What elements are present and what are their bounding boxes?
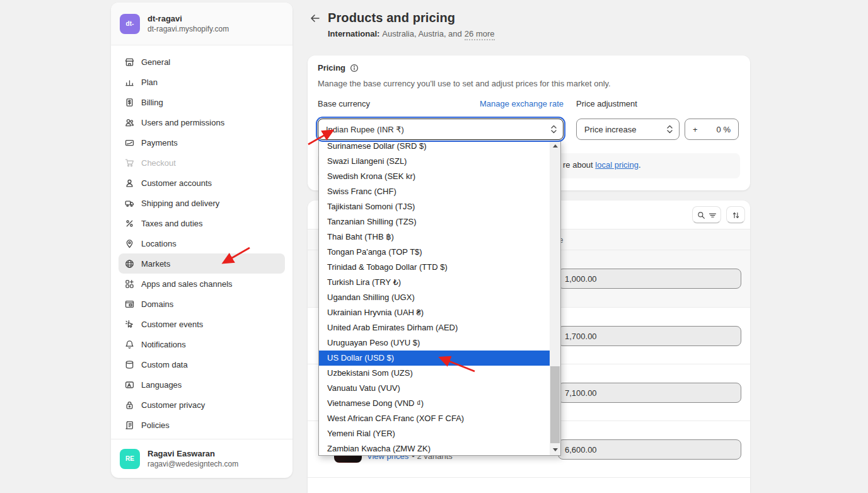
truck-icon — [125, 199, 134, 208]
currency-option[interactable]: Tanzanian Shilling (TZS) — [319, 214, 550, 229]
browser-window-icon — [125, 299, 134, 309]
price-adjustment-value-input[interactable]: + 0 % — [685, 119, 739, 140]
apps-grid-icon — [125, 279, 134, 289]
banner-text-fragment: re about — [563, 160, 595, 170]
sidebar-item-customer-events[interactable]: Customer events — [119, 314, 285, 334]
scroll-down-button[interactable] — [550, 444, 560, 455]
price-adjustment-label: Price adjustment — [576, 99, 637, 108]
base-currency-label: Base currency — [318, 99, 370, 108]
lock-icon — [125, 400, 134, 410]
cursor-click-icon — [125, 320, 134, 329]
currency-option[interactable]: West African CFA Franc (XOF F CFA) — [319, 411, 550, 426]
sidebar-item-custom-data[interactable]: Custom data — [119, 354, 285, 374]
settings-sidebar: dt- dt-ragavi dt-ragavi.myshopify.com Ge… — [111, 3, 292, 478]
sort-button[interactable] — [726, 206, 745, 223]
currency-dropdown-menu: Surinamese Dollar (SRD $) Swazi Lilangen… — [318, 140, 561, 456]
sort-arrows-icon — [732, 211, 740, 219]
local-pricing-link[interactable]: local pricing — [595, 160, 639, 170]
currency-option[interactable]: Tongan Pa'anga (TOP T$) — [319, 245, 550, 260]
percent-icon — [125, 219, 134, 228]
more-regions-link[interactable]: 26 more — [465, 29, 495, 40]
sidebar-item-markets[interactable]: Markets — [119, 253, 285, 274]
users-icon — [125, 118, 134, 127]
sidebar-item-checkout: Checkout — [119, 153, 285, 173]
currency-option[interactable]: Tajikistani Somoni (TJS) — [319, 199, 550, 214]
table-row — [308, 478, 750, 493]
price-input[interactable]: 1,000.00 — [558, 269, 741, 289]
market-regions: Australia, Austria, and — [382, 29, 461, 38]
currency-option[interactable]: Turkish Lira (TRY ₺) — [319, 275, 550, 290]
language-icon — [125, 380, 134, 390]
chevron-updown-icon — [666, 125, 673, 134]
search-filter-button[interactable] — [692, 206, 721, 223]
cart-icon — [125, 158, 134, 168]
sidebar-item-users[interactable]: Users and permissions — [119, 112, 285, 132]
user-avatar: RE — [120, 449, 140, 469]
currency-option[interactable]: Ugandan Shilling (UGX) — [319, 290, 550, 305]
currency-option-highlighted[interactable]: US Dollar (USD $) — [319, 351, 550, 366]
user-name: Ragavi Easwaran — [148, 449, 238, 459]
currency-option[interactable]: Thai Baht (THB ฿) — [319, 229, 550, 245]
chevron-updown-icon — [550, 125, 557, 134]
back-arrow-icon[interactable] — [309, 12, 321, 25]
sidebar-item-billing[interactable]: Billing — [119, 92, 285, 112]
page-title: Products and pricing — [328, 11, 455, 25]
location-pin-icon — [125, 239, 134, 248]
scroll-up-button[interactable] — [550, 141, 560, 151]
store-icon — [125, 57, 134, 67]
receipt-icon — [125, 98, 134, 107]
price-input[interactable]: 6,600.00 — [558, 439, 741, 460]
sidebar-item-domains[interactable]: Domains — [119, 294, 285, 314]
manage-exchange-rate-link[interactable]: Manage exchange rate — [480, 99, 564, 108]
currency-option[interactable]: Uzbekistani Som (UZS) — [319, 366, 550, 381]
currency-option[interactable]: Vietnamese Dong (VND ₫) — [319, 396, 550, 411]
dropdown-scrollbar[interactable] — [550, 141, 560, 455]
price-input[interactable]: 1,700.00 — [558, 326, 741, 346]
base-currency-select[interactable]: Indian Rupee (INR ₹) — [318, 119, 564, 140]
market-subtitle: International:Australia, Austria, and26 … — [328, 29, 495, 38]
currency-option[interactable]: Surinamese Dollar (SRD $) — [319, 140, 550, 154]
sidebar-item-policies[interactable]: Policies — [119, 415, 285, 435]
document-icon — [125, 420, 134, 430]
store-domain: dt-ragavi.myshopify.com — [148, 25, 229, 34]
user-email: ragavi@wedesigntech.com — [148, 460, 238, 469]
plan-icon — [125, 78, 134, 87]
user-account[interactable]: RE Ragavi Easwaran ragavi@wedesigntech.c… — [111, 439, 292, 478]
database-icon — [125, 360, 134, 369]
sidebar-item-customer-accounts[interactable]: Customer accounts — [119, 173, 285, 193]
page-header: Products and pricing International:Austr… — [309, 11, 495, 38]
search-icon — [697, 211, 705, 219]
currency-option[interactable]: Zambian Kwacha (ZMW ZK) — [319, 441, 550, 456]
sidebar-item-notifications[interactable]: Notifications — [119, 334, 285, 354]
scrollbar-thumb[interactable] — [550, 366, 560, 443]
price-adjustment-type-select[interactable]: Price increase — [576, 119, 680, 140]
sidebar-item-languages[interactable]: Languages — [119, 374, 285, 395]
price-input[interactable]: 7,100.00 — [558, 383, 741, 403]
pricing-card-title: Pricing — [318, 63, 345, 72]
globe-icon — [125, 259, 134, 269]
sidebar-item-taxes[interactable]: Taxes and duties — [119, 213, 285, 233]
currency-option[interactable]: United Arab Emirates Dirham (AED) — [319, 320, 550, 335]
currency-option[interactable]: Swiss Franc (CHF) — [319, 184, 550, 199]
currency-option[interactable]: Yemeni Rial (YER) — [319, 426, 550, 441]
sidebar-item-locations[interactable]: Locations — [119, 233, 285, 253]
currency-option[interactable]: Swazi Lilangeni (SZL) — [319, 154, 550, 169]
sidebar-item-apps[interactable]: Apps and sales channels — [119, 274, 285, 294]
sidebar-item-customer-privacy[interactable]: Customer privacy — [119, 395, 285, 415]
sidebar-item-general[interactable]: General — [119, 52, 285, 72]
currency-option[interactable]: Ukrainian Hryvnia (UAH ₴) — [319, 305, 550, 320]
card-icon — [125, 138, 134, 148]
info-icon[interactable] — [350, 64, 359, 72]
market-name: International: — [328, 29, 379, 38]
sidebar-item-plan[interactable]: Plan — [119, 72, 285, 92]
currency-option[interactable]: Vanuatu Vatu (VUV) — [319, 381, 550, 396]
currency-option[interactable]: Swedish Krona (SEK kr) — [319, 169, 550, 184]
sidebar-item-shipping[interactable]: Shipping and delivery — [119, 193, 285, 213]
currency-option[interactable]: Uruguayan Peso (UYU $) — [319, 335, 550, 351]
store-name: dt-ragavi — [148, 14, 229, 24]
currency-option[interactable]: Trinidad & Tobago Dollar (TTD $) — [319, 260, 550, 275]
pricing-card-description: Manage the base currency you'll use to s… — [318, 79, 611, 88]
sidebar-item-payments[interactable]: Payments — [119, 132, 285, 153]
store-switcher[interactable]: dt- dt-ragavi dt-ragavi.myshopify.com — [111, 3, 292, 45]
bell-icon — [125, 340, 134, 349]
